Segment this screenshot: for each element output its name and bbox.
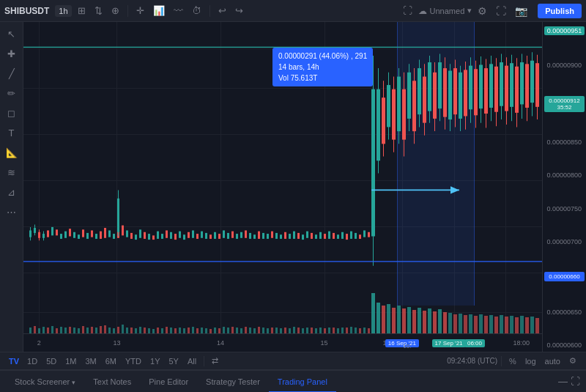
tf-1d[interactable]: 1D	[23, 356, 41, 366]
svg-rect-53	[231, 232, 234, 238]
svg-rect-66	[289, 234, 291, 239]
svg-rect-90	[382, 97, 385, 144]
timeframe-1h[interactable]: 1h	[55, 5, 71, 17]
chart-settings-gear-icon[interactable]: ⚙	[475, 4, 490, 18]
y-price-850: 0.00000850	[544, 138, 585, 146]
cursor-icon[interactable]: ✛	[133, 4, 147, 18]
svg-rect-64	[280, 234, 282, 239]
tf-1y[interactable]: 1Y	[146, 356, 163, 366]
tf-ytd[interactable]: YTD	[122, 356, 145, 366]
svg-rect-171	[117, 327, 119, 333]
log-btn[interactable]: log	[522, 356, 540, 366]
compare-tf-icon[interactable]: ⇄	[208, 355, 222, 366]
svg-rect-242	[438, 309, 442, 333]
svg-rect-246	[459, 314, 462, 333]
svg-rect-13	[64, 232, 67, 238]
svg-rect-218	[324, 328, 326, 333]
svg-rect-186	[183, 328, 185, 333]
svg-rect-59	[258, 232, 260, 239]
more-tools[interactable]: ⋯	[3, 204, 21, 220]
svg-rect-176	[139, 327, 141, 333]
stock-screener-dropdown[interactable]: ▾	[72, 379, 75, 386]
svg-rect-142	[515, 67, 519, 113]
shapes-tool[interactable]: ◻	[3, 106, 21, 121]
svg-rect-92	[387, 85, 390, 127]
bar-type-icon[interactable]: 📊	[150, 4, 168, 18]
text-tool[interactable]: T	[3, 125, 21, 141]
svg-rect-166	[95, 328, 97, 333]
crosshair-tool[interactable]: ✚	[3, 46, 21, 62]
tf-1m[interactable]: 1M	[62, 356, 80, 366]
x-label-16colon: 16:	[403, 343, 411, 350]
publish-button[interactable]: Publish	[538, 4, 582, 18]
svg-rect-252	[489, 315, 493, 333]
y-axis: 0.00000951 0.00000900 0.00000912 35:52 0…	[542, 22, 586, 352]
svg-rect-50	[218, 234, 220, 239]
svg-rect-251	[484, 316, 488, 333]
svg-rect-227	[363, 328, 366, 333]
volume-chart	[23, 289, 542, 333]
tf-all[interactable]: All	[184, 356, 200, 366]
redo-icon[interactable]: ↪	[232, 4, 246, 18]
fullscreen-icon[interactable]: ⛶	[400, 4, 415, 18]
add-indicator-icon[interactable]: ⊕	[108, 4, 122, 18]
x-label-17sep: 17 Sep '21	[432, 339, 466, 347]
ruler-tool[interactable]: 📐	[3, 145, 21, 160]
svg-rect-96	[397, 77, 401, 132]
svg-rect-256	[510, 316, 513, 333]
svg-rect-128	[479, 65, 483, 109]
chart-style-icon[interactable]: 〰	[171, 4, 186, 18]
indicators-icon[interactable]: ⊞	[75, 4, 89, 18]
percent-btn[interactable]: %	[505, 356, 520, 366]
timeframe-sep	[204, 356, 204, 366]
svg-rect-42	[183, 234, 185, 240]
tf-5y[interactable]: 5Y	[166, 356, 182, 366]
minimize-panel-icon[interactable]: —	[558, 376, 568, 387]
maximize-panel-icon[interactable]: ⛶	[571, 376, 580, 387]
pattern-tool[interactable]: ⊿	[3, 185, 21, 200]
svg-rect-138	[505, 66, 508, 111]
svg-rect-70	[306, 232, 308, 238]
chart-name-chevron[interactable]: ▾	[467, 6, 472, 15]
tab-text-notes[interactable]: Text Notes	[84, 371, 140, 393]
fibonacci-tool[interactable]: ≋	[3, 165, 21, 180]
tab-trading-panel[interactable]: Trading Panel	[269, 371, 336, 393]
auto-btn[interactable]: auto	[541, 356, 564, 366]
svg-rect-146	[525, 64, 529, 108]
tab-stock-screener[interactable]: Stock Screener ▾	[6, 371, 84, 393]
svg-rect-222	[341, 328, 344, 333]
replay-icon[interactable]: ⏱	[189, 4, 204, 18]
timeframe-bar: TV 1D 5D 1M 3M 6M YTD 1Y 5Y All ⇄ 09:24:…	[0, 352, 586, 370]
svg-rect-208	[280, 328, 282, 333]
compare-icon[interactable]: ⇅	[92, 4, 105, 18]
svg-rect-24	[113, 234, 115, 239]
tf-3m[interactable]: 3M	[81, 356, 100, 366]
chart-settings-bottom[interactable]: ⚙	[565, 355, 580, 366]
svg-rect-88	[377, 89, 380, 161]
tab-strategy-tester[interactable]: Strategy Tester	[197, 371, 269, 393]
svg-rect-261	[535, 318, 539, 333]
y-price-value: 0.00000912	[549, 97, 579, 104]
svg-rect-55	[240, 232, 242, 238]
expand-icon[interactable]: ⛶	[493, 4, 509, 18]
svg-rect-180	[157, 328, 159, 333]
draw-tool[interactable]: ✏	[3, 86, 21, 101]
svg-rect-198	[236, 328, 238, 333]
svg-rect-44	[192, 230, 194, 237]
svg-rect-47	[205, 233, 207, 239]
svg-rect-223	[346, 328, 348, 333]
cursor-tool[interactable]: ↖	[3, 26, 21, 42]
trend-line-tool[interactable]: ╱	[3, 66, 21, 81]
svg-rect-110	[433, 73, 437, 119]
tf-5d[interactable]: 5D	[42, 356, 60, 366]
svg-rect-100	[407, 73, 411, 119]
toolbar-separator	[127, 5, 128, 17]
camera-icon[interactable]: 📷	[512, 4, 530, 18]
tooltip-line2: 14 bars, 14h	[278, 62, 367, 73]
svg-rect-35	[152, 235, 155, 240]
svg-rect-159	[64, 328, 67, 333]
tf-6m[interactable]: 6M	[102, 356, 120, 366]
undo-icon[interactable]: ↩	[215, 4, 229, 18]
tab-pine-editor[interactable]: Pine Editor	[140, 371, 197, 393]
svg-rect-216	[315, 328, 317, 333]
